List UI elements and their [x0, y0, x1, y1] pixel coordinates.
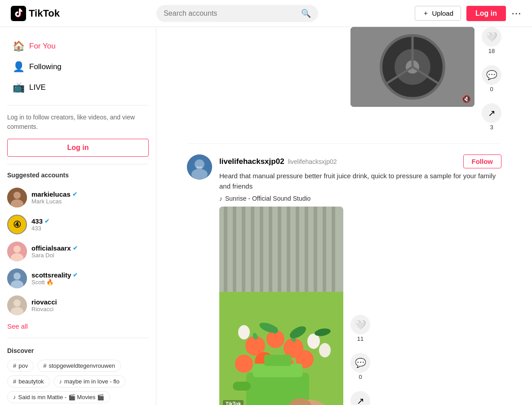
prev-share-button[interactable]: ↗ 3 — [482, 103, 501, 131]
login-prompt: Log in to follow creators, like videos, … — [7, 113, 149, 132]
sidebar-item-for-you[interactable]: 🏠 For You — [7, 36, 149, 57]
suggested-title: Suggested accounts — [7, 172, 149, 179]
svg-rect-39 — [332, 207, 335, 296]
post-username[interactable]: livelifehacksxjp02 — [219, 157, 284, 166]
upload-button[interactable]: ＋ Upload — [415, 6, 461, 21]
layout: 🏠 For You 👤 Following 📺 LIVE Log in to f… — [0, 27, 532, 405]
svg-rect-31 — [260, 207, 263, 296]
post-description: Heard that manual pressure better fruit … — [219, 171, 501, 191]
prev-video-mute-icon: 🔇 — [462, 95, 471, 103]
sidebar-login-button[interactable]: Log in — [7, 139, 149, 157]
sidebar-login-label: Log in — [67, 144, 89, 151]
tag-beautytok[interactable]: # beautytok — [7, 375, 50, 387]
see-all-link[interactable]: See all — [7, 322, 28, 330]
comment-button[interactable]: 💬 0 — [350, 353, 370, 380]
avatar-scottsreality — [7, 269, 27, 288]
sidebar-item-live[interactable]: 📺 LIVE — [7, 77, 149, 98]
prev-post-video: 🔇 — [350, 27, 474, 107]
prev-like-icon: 🤍 — [482, 27, 501, 47]
sidebar-item-following[interactable]: 👤 Following — [7, 57, 149, 77]
following-icon: 👤 — [13, 61, 25, 73]
follow-button[interactable]: Follow — [463, 154, 502, 168]
tag-stopgeweld-label: stopgeweldtegenvrouwen — [49, 362, 115, 369]
nav-divider — [7, 105, 149, 106]
live-icon: 📺 — [13, 82, 25, 93]
svg-point-53 — [238, 325, 250, 339]
svg-text:live: live — [197, 165, 203, 169]
post-video-livelifehacks[interactable]: TikTok @livelifehacksxjp02 🔇 — [219, 207, 343, 405]
svg-rect-0 — [11, 6, 26, 21]
account-info-riovacci: riovacci Riovacci — [31, 298, 57, 313]
suggested-account-433[interactable]: ④ 433 ✔ 433 — [7, 211, 149, 238]
tag-said-is-mn[interactable]: ♪ Said is mn Mattie - 🎬 Movies 🎬 — [7, 391, 110, 403]
suggested-account-officialsaarx[interactable]: officialsaarx ✔ Sara Dol — [7, 238, 149, 265]
like-button[interactable]: 🤍 11 — [350, 315, 370, 342]
like-count: 11 — [357, 335, 364, 342]
account-username-scottsreality: scottsreality ✔ — [31, 271, 78, 279]
tiktok-watermark-label: TikTok — [223, 400, 244, 405]
login-button[interactable]: Log in — [466, 6, 506, 21]
logo[interactable]: TikTok — [11, 6, 60, 21]
share-button[interactable]: ↗ 2 — [350, 391, 370, 405]
avatar-markielucas — [7, 188, 27, 207]
tag-beautytok-label: beautytok — [18, 378, 44, 385]
feed: 🔇 🤍 18 💬 0 ↗ 3 — [187, 27, 501, 405]
sidebar-item-live-label: LIVE — [29, 83, 46, 92]
svg-point-2 — [13, 192, 21, 199]
search-bar[interactable]: 🔍 — [156, 5, 318, 22]
tag-pov-label: pov — [18, 362, 28, 369]
tag-maybe-label: maybe im in love - flo — [64, 378, 120, 385]
hashtag-icon-beautytok: # — [13, 378, 16, 385]
post-handle: livelifehacksxjp02 — [288, 158, 337, 165]
music-icon-maybe: ♪ — [59, 378, 62, 385]
verified-badge-433: ✔ — [44, 218, 49, 225]
suggested-accounts-section: Suggested accounts markielucas ✔ Mark Lu… — [7, 172, 149, 330]
svg-point-51 — [307, 334, 320, 349]
prev-share-count: 3 — [490, 124, 493, 131]
accounts-divider — [7, 164, 149, 164]
post-music[interactable]: ♪ Sunrise - Official Sound Studio — [219, 195, 501, 202]
sidebar-nav: 🏠 For You 👤 Following 📺 LIVE — [7, 36, 149, 98]
comment-icon: 💬 — [350, 353, 370, 373]
video-watermark: TikTok @livelifehacksxjp02 — [223, 400, 266, 405]
sidebar-item-for-you-label: For You — [29, 42, 56, 51]
post-avatar-livelifehacks[interactable]: live — [187, 154, 212, 180]
suggested-account-markielucas[interactable]: markielucas ✔ Mark Lucas — [7, 184, 149, 211]
post-interactions: 🤍 11 💬 0 ↗ 2 — [350, 315, 370, 405]
tag-said-label: Said is mn Mattie - 🎬 Movies 🎬 — [18, 394, 105, 401]
svg-rect-35 — [296, 207, 299, 296]
suggested-account-scottsreality[interactable]: scottsreality ✔ Scott 🔥 — [7, 265, 149, 292]
avatar-officialsaarx — [7, 242, 27, 261]
prev-like-count: 18 — [488, 48, 495, 54]
avatar-433: ④ — [7, 215, 27, 234]
post-header-livelifehacks: livelifehacksxjp02 livelifehacksxjp02 Fo… — [219, 154, 501, 168]
account-username-markielucas: markielucas ✔ — [31, 190, 77, 198]
account-username-riovacci: riovacci — [31, 298, 57, 306]
tiktok-logo-icon — [11, 6, 26, 21]
svg-point-44 — [235, 355, 253, 373]
svg-rect-36 — [305, 207, 308, 296]
prev-like-button[interactable]: 🤍 18 — [482, 27, 501, 54]
svg-rect-60 — [233, 382, 251, 391]
prev-comment-count: 0 — [490, 86, 493, 92]
suggested-account-riovacci[interactable]: riovacci Riovacci — [7, 292, 149, 319]
avatar-riovacci — [7, 295, 27, 315]
verified-badge-officialsaarx: ✔ — [73, 245, 78, 251]
prev-comment-button[interactable]: 💬 0 — [482, 65, 501, 92]
video-interaction-row: TikTok @livelifehacksxjp02 🔇 🤍 11 — [219, 207, 501, 405]
header-right: ＋ Upload Log in ⋯ — [415, 6, 521, 21]
svg-point-22 — [191, 169, 208, 180]
discover-divider — [7, 338, 149, 338]
more-options-button[interactable]: ⋯ — [511, 8, 521, 19]
tag-stopgeweld[interactable]: # stopgeweldtegenvrouwen — [37, 360, 121, 372]
like-icon: 🤍 — [350, 315, 370, 335]
tag-maybe-im-in-love[interactable]: ♪ maybe im in love - flo — [53, 375, 125, 387]
svg-rect-33 — [278, 207, 281, 296]
logo-text: TikTok — [29, 8, 60, 19]
account-name-433: 433 — [31, 225, 49, 232]
post-music-label: Sunrise - Official Sound Studio — [225, 195, 310, 202]
svg-rect-30 — [251, 207, 254, 296]
tag-pov[interactable]: # pov — [7, 360, 34, 372]
account-info-scottsreality: scottsreality ✔ Scott 🔥 — [31, 271, 78, 286]
search-input[interactable] — [164, 9, 297, 18]
